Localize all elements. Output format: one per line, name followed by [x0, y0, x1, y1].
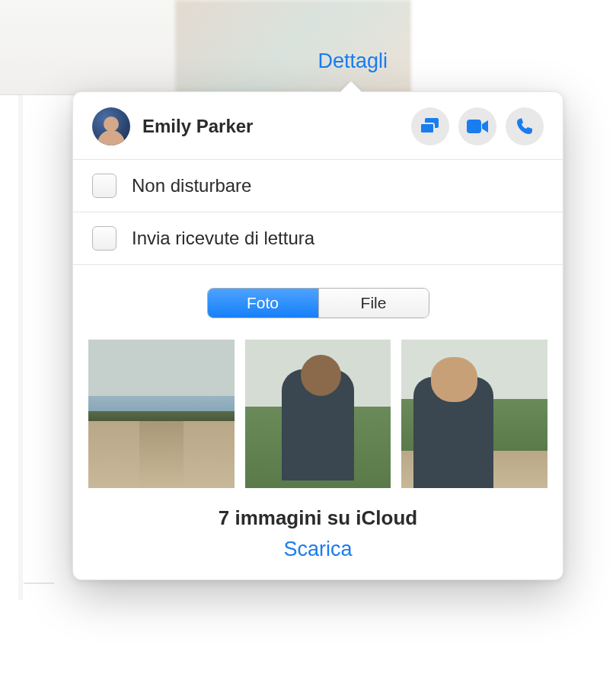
segment-control: Foto File	[207, 288, 429, 318]
screen-share-icon	[420, 118, 440, 135]
photo-thumbnail-2[interactable]	[245, 340, 391, 488]
segment-control-container: Foto File	[73, 265, 563, 334]
contact-actions	[411, 107, 544, 145]
icloud-image-count: 7 immagini su iCloud	[73, 499, 563, 533]
audio-call-button[interactable]	[506, 107, 544, 145]
read-receipts-checkbox[interactable]	[92, 226, 116, 251]
tab-files[interactable]: File	[318, 289, 429, 318]
video-call-button[interactable]	[458, 107, 496, 145]
photo-thumbnail-1[interactable]	[88, 340, 235, 488]
photo-thumbnail-3[interactable]	[401, 340, 547, 488]
do-not-disturb-row: Non disturbare	[73, 160, 563, 212]
video-icon	[467, 120, 488, 133]
details-button[interactable]: Dettagli	[318, 49, 388, 73]
popover-arrow	[340, 81, 361, 93]
contact-name: Emily Parker	[142, 116, 399, 137]
svg-rect-2	[422, 125, 432, 132]
photo-thumbnails	[73, 334, 563, 499]
sidebar-divider	[18, 95, 23, 600]
contact-header: Emily Parker	[73, 92, 563, 160]
avatar[interactable]	[92, 107, 130, 145]
phone-icon	[516, 118, 533, 135]
do-not-disturb-checkbox[interactable]	[92, 174, 116, 198]
sidebar-row-divider	[24, 582, 54, 584]
download-button[interactable]: Scarica	[73, 533, 563, 579]
read-receipts-label: Invia ricevute di lettura	[132, 228, 314, 249]
tab-photos[interactable]: Foto	[208, 289, 318, 318]
screen-share-button[interactable]	[411, 107, 449, 145]
do-not-disturb-label: Non disturbare	[132, 175, 251, 196]
read-receipts-row: Invia ricevute di lettura	[73, 212, 563, 265]
details-popover: Emily Parker	[72, 91, 563, 580]
conversation-preview-blur	[175, 0, 411, 95]
svg-rect-3	[467, 120, 481, 133]
